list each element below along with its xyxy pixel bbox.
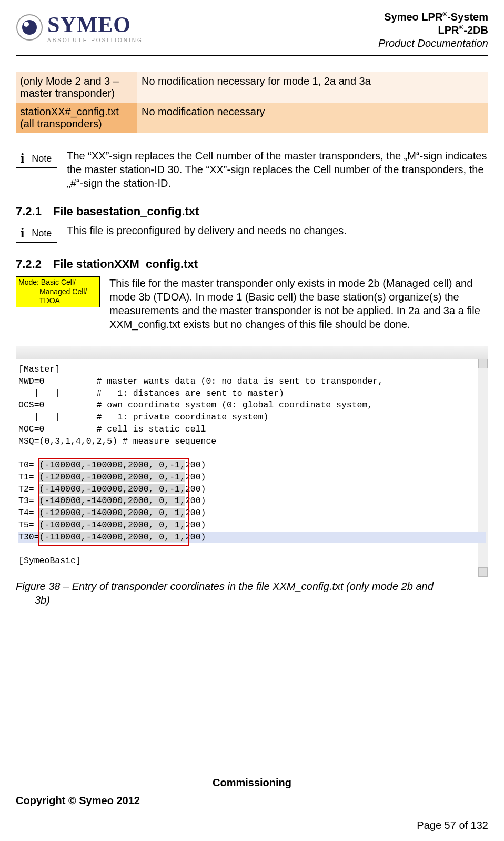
figcap-a: Figure 38 – Entry of transponder coordin… (16, 580, 434, 592)
logo-tagline: ABSOLUTE POSITIONING (47, 38, 143, 43)
para-722: This file for the master transponder onl… (109, 276, 488, 331)
code-body: [Master] MWD=0 # master wants data (0: n… (16, 359, 488, 577)
page-header: SYMEO ABSOLUTE POSITIONING Symeo LPR®-Sy… (16, 11, 488, 54)
info-icon: i (21, 226, 24, 240)
config-table: (only Mode 2 and 3 – master transponder)… (16, 72, 488, 133)
title-2b: -2DB (463, 24, 488, 36)
info-icon: i (21, 152, 24, 165)
svg-point-2 (24, 22, 29, 27)
note-badge: i Note (16, 149, 57, 168)
note-block: i Note This file is preconfigured by del… (16, 224, 488, 243)
mode-line: TDOA (18, 296, 97, 306)
footer-section: Commissioning (16, 777, 488, 789)
footer-page: Page 57 of 132 (16, 819, 488, 832)
title-sup1: ® (442, 11, 447, 18)
doc-title: Symeo LPR®-System LPR®-2DB Product Docum… (378, 11, 488, 50)
code-toolbar (16, 346, 488, 359)
cell-val: No modification necessary (137, 103, 488, 133)
note-text: This file is preconfigured by delivery a… (67, 224, 488, 237)
footer-divider (16, 790, 488, 790)
note-text: The “XX”-sign replaces the Cell number o… (67, 149, 488, 190)
figcap-b: 3b) (16, 593, 488, 607)
title-1a: Symeo LPR (384, 11, 442, 23)
page-footer: Commissioning Copyright © Symeo 2012 Pag… (16, 777, 488, 832)
title-sup2: ® (459, 24, 463, 31)
table-row: (only Mode 2 and 3 – master transponder)… (16, 72, 488, 103)
logo-icon (16, 14, 43, 41)
figure-38: [Master] MWD=0 # master wants data (0: n… (16, 346, 488, 607)
figure-caption: Figure 38 – Entry of transponder coordin… (16, 579, 488, 607)
svg-point-1 (22, 20, 37, 35)
note-block: i Note The “XX”-sign replaces the Cell n… (16, 149, 488, 190)
logo-name: SYMEO (47, 14, 143, 36)
mode-row: Mode: Basic Cell/ Managed Cell/ TDOA Thi… (16, 276, 488, 331)
heading-722: 7.2.2 File stationXXM_config.txt (16, 257, 488, 271)
footer-copyright: Copyright © Symeo 2012 (16, 795, 488, 807)
mode-line: Managed Cell/ (18, 287, 97, 297)
cell-key: (only Mode 2 and 3 – master transponder) (16, 72, 137, 103)
note-label: Note (32, 153, 52, 164)
cell-key: stationXX#_config.txt (all transponders) (16, 103, 137, 133)
note-badge: i Note (16, 224, 57, 243)
mode-line: Mode: Basic Cell/ (18, 278, 97, 287)
mode-badge: Mode: Basic Cell/ Managed Cell/ TDOA (16, 276, 100, 307)
header-divider (16, 55, 488, 56)
code-window: [Master] MWD=0 # master wants data (0: n… (16, 346, 488, 577)
logo: SYMEO ABSOLUTE POSITIONING (16, 14, 143, 43)
heading-721: 7.2.1 File basestation_config.txt (16, 205, 488, 218)
note-label: Note (32, 228, 52, 239)
title-1b: -System (447, 11, 488, 23)
table-row: stationXX#_config.txt (all transponders)… (16, 103, 488, 133)
title-3: Product Documentation (378, 37, 488, 50)
title-2a: LPR (438, 24, 459, 36)
cell-val: No modification necessary for mode 1, 2a… (137, 72, 488, 103)
